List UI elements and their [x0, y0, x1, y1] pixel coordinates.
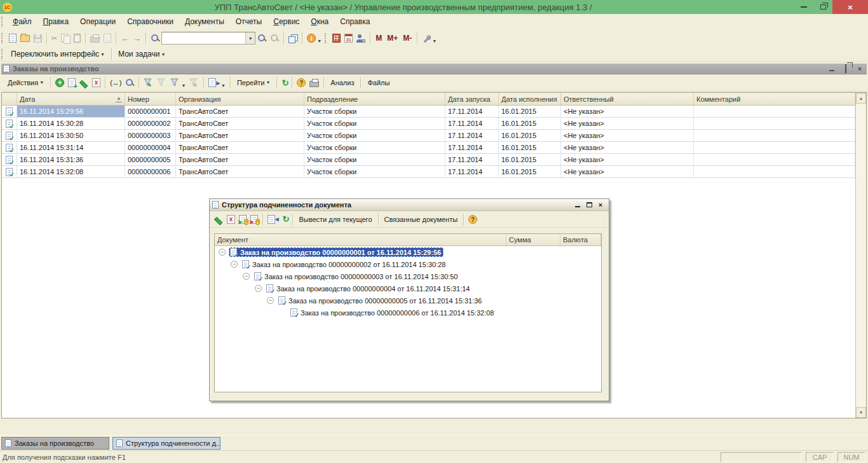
header-cell-date[interactable]: Дата▲	[17, 93, 125, 105]
dialog-header-cell-1[interactable]: Документ	[215, 234, 506, 245]
cell-comment[interactable]	[694, 130, 855, 142]
refresh-button[interactable]: ↻	[280, 76, 289, 90]
add-copy-button[interactable]	[66, 76, 78, 90]
menu-item-7[interactable]: Сервис	[268, 15, 305, 28]
search-combobox[interactable]: ▼	[161, 32, 255, 45]
cell-resp[interactable]: <Не указан>	[561, 118, 694, 130]
cell-due[interactable]: 16.01.2015	[499, 130, 561, 142]
cell-date[interactable]: 16.11.2014 15:30:50	[17, 130, 125, 142]
cell-number[interactable]: 00000000001	[125, 106, 176, 118]
cell-dept[interactable]: Участок сборки	[304, 166, 445, 178]
tree-node[interactable]: −✓Заказ на производство 00000000002 от 1…	[215, 258, 601, 270]
tree-node-body[interactable]: ✓Заказ на производство 00000000005 от 16…	[277, 296, 484, 305]
search-dropdown-button[interactable]: ▼	[245, 32, 255, 44]
menu-item-4[interactable]: Справочники	[121, 15, 179, 28]
cell-date[interactable]: 16.11.2014 15:29:56	[17, 106, 125, 118]
cell-org[interactable]: ТрансАвтоСвет	[176, 118, 304, 130]
toolbar-grip[interactable]	[325, 33, 328, 43]
toolbar-grip[interactable]	[1, 33, 4, 43]
scroll-down-button[interactable]: ▼	[856, 407, 866, 418]
table-row[interactable]: ✓16.11.2014 15:29:5600000000001ТрансАвто…	[2, 106, 855, 118]
header-cell-number[interactable]: Номер	[125, 93, 176, 105]
cell-due[interactable]: 16.01.2015	[499, 154, 561, 166]
menu-item-9[interactable]: Справка	[334, 15, 376, 28]
header-cell-dept[interactable]: Подразделение	[304, 93, 445, 105]
table-row[interactable]: ✓16.11.2014 15:32:0800000000006ТрансАвто…	[2, 166, 855, 178]
cell-resp[interactable]: <Не указан>	[561, 142, 694, 154]
cell-launch[interactable]: 17.11.2014	[445, 142, 499, 154]
list-close-button[interactable]: ×	[853, 65, 867, 73]
memory-m-minus-button[interactable]: M-	[400, 31, 414, 45]
tree-node-body[interactable]: ✓Заказ на производство 00000000001 от 16…	[229, 247, 444, 257]
dialog-minimize-button[interactable]	[572, 201, 583, 209]
dialog-help-button[interactable]: ?	[466, 212, 479, 226]
cell-dept[interactable]: Участок сборки	[304, 154, 445, 166]
vertical-scrollbar[interactable]: ▲ ▼	[855, 93, 866, 418]
task-tab-1[interactable]: Заказы на производство	[1, 437, 109, 450]
cell-resp[interactable]: <Не указан>	[561, 166, 694, 178]
cell-resp[interactable]: <Не указан>	[561, 130, 694, 142]
tree-node[interactable]: −✓Заказ на производство 00000000005 от 1…	[215, 294, 601, 307]
unpost-document-button[interactable]: ➤	[248, 212, 260, 226]
copy-button[interactable]	[59, 31, 72, 45]
menu-item-1[interactable]: Файл	[7, 15, 37, 28]
dialog-header-cell-2[interactable]: Сумма	[506, 234, 560, 245]
cell-comment[interactable]	[694, 142, 855, 154]
cell-org[interactable]: ТрансАвтоСвет	[176, 106, 304, 118]
header-cell-icon[interactable]	[2, 93, 17, 105]
cell-number[interactable]: 00000000002	[125, 118, 176, 130]
delete-button[interactable]: x	[90, 76, 102, 90]
cell-dept[interactable]: Участок сборки	[304, 142, 445, 154]
dialog-titlebar[interactable]: Структура подчиненности документа ×	[210, 199, 609, 211]
menu-item-3[interactable]: Операции	[74, 15, 121, 28]
collapse-icon[interactable]: −	[255, 285, 262, 292]
save-button[interactable]	[32, 31, 44, 45]
memory-m-plus-button[interactable]: M+	[384, 31, 400, 45]
scroll-up-button[interactable]: ▲	[856, 93, 866, 104]
print-list-button[interactable]	[308, 76, 321, 90]
search-input[interactable]	[162, 33, 245, 43]
tree-node[interactable]: −✓Заказ на производство 00000000004 от 1…	[215, 282, 601, 294]
cell-launch[interactable]: 17.11.2014	[445, 166, 499, 178]
settings-button[interactable]: ▼	[420, 31, 438, 45]
cell-date[interactable]: 16.11.2014 15:32:08	[17, 166, 125, 178]
tree-node-body[interactable]: ✓Заказ на производство 00000000003 от 16…	[253, 272, 460, 281]
cell-number[interactable]: 00000000006	[125, 166, 176, 178]
cell-date[interactable]: 16.11.2014 15:30:28	[17, 118, 125, 130]
table-row[interactable]: ✓16.11.2014 15:31:1400000000004ТрансАвто…	[2, 142, 855, 154]
cell-comment[interactable]	[694, 118, 855, 130]
cell-number[interactable]: 00000000003	[125, 130, 176, 142]
table-row[interactable]: ✓16.11.2014 15:30:5000000000003ТрансАвто…	[2, 130, 855, 142]
menu-item-2[interactable]: Правка	[37, 15, 75, 28]
menu-item-6[interactable]: Отчеты	[230, 15, 268, 28]
actions-button[interactable]: Действия▼	[4, 78, 48, 88]
collapse-icon[interactable]: −	[243, 273, 250, 280]
cell-org[interactable]: ТрансАвтоСвет	[176, 166, 304, 178]
cell-due[interactable]: 16.01.2015	[499, 118, 561, 130]
output-list-button[interactable]: ▸▼	[207, 76, 227, 90]
task-tab-2[interactable]: Структура подчиненности д...	[112, 437, 220, 450]
collapse-icon[interactable]: −	[267, 297, 274, 304]
collapse-icon[interactable]: −	[219, 249, 226, 256]
dialog-header-cell-3[interactable]: Валюта	[560, 234, 601, 245]
find-next-button[interactable]	[255, 31, 268, 45]
cell-date[interactable]: 16.11.2014 15:31:14	[17, 142, 125, 154]
my-tasks-button[interactable]: Мои задачи▼	[114, 48, 169, 60]
memory-m-button[interactable]: M	[373, 31, 384, 45]
tree-node-body[interactable]: ✓Заказ на производство 00000000002 от 16…	[241, 259, 448, 269]
post-document-button[interactable]: ➤	[237, 212, 248, 226]
cell-org[interactable]: ТрансАвтоСвет	[176, 142, 304, 154]
cell-due[interactable]: 16.01.2015	[499, 142, 561, 154]
print-preview-button[interactable]	[102, 31, 113, 45]
header-cell-comment[interactable]: Комментарий	[694, 93, 855, 105]
menu-item-8[interactable]: Окна	[305, 15, 334, 28]
dialog-refresh-button[interactable]: ↻	[281, 212, 290, 226]
cell-comment[interactable]	[694, 106, 855, 118]
analysis-button[interactable]: Анализ	[327, 78, 358, 88]
cell-launch[interactable]: 17.11.2014	[445, 106, 499, 118]
tree-node[interactable]: −✓Заказ на производство 00000000003 от 1…	[215, 270, 601, 282]
cell-due[interactable]: 16.01.2015	[499, 106, 561, 118]
tree-node-body[interactable]: ✓Заказ на производство 00000000006 от 16…	[289, 308, 496, 317]
filter-history-button[interactable]: ▼	[168, 76, 187, 90]
new-document-button[interactable]	[7, 31, 18, 45]
